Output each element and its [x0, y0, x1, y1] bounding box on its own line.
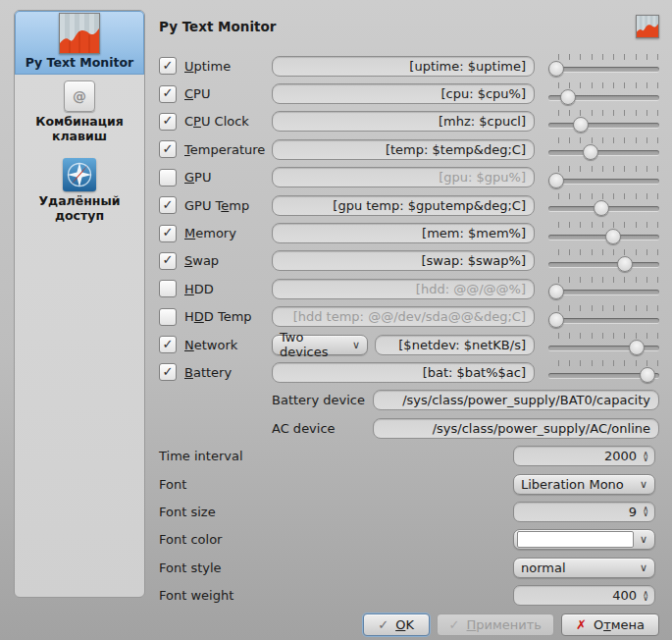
monitor-checkbox[interactable]: ✓	[159, 85, 177, 103]
slider-handle[interactable]	[548, 312, 564, 328]
position-slider[interactable]	[548, 360, 659, 384]
monitor-checkbox[interactable]: ✓	[159, 196, 177, 214]
at-sign-icon: @	[64, 80, 95, 112]
position-slider[interactable]	[548, 249, 659, 273]
apply-button[interactable]: ✓ Применить	[437, 613, 554, 636]
slider-track[interactable]	[548, 150, 659, 155]
format-input[interactable]	[272, 167, 535, 187]
monitor-checkbox[interactable]: ✓	[159, 140, 177, 158]
slider-track[interactable]	[548, 290, 659, 294]
ac-device-row: AC device	[159, 414, 659, 442]
font-style-select[interactable]: normal ∨	[513, 558, 655, 578]
slider-handle[interactable]	[640, 367, 655, 383]
position-slider[interactable]	[548, 333, 659, 356]
slider-track[interactable]	[548, 235, 659, 240]
format-input[interactable]	[272, 250, 535, 271]
slider-handle[interactable]	[594, 200, 609, 216]
spinner-arrows-icon[interactable]: ∧∨	[643, 452, 648, 461]
format-input[interactable]	[272, 83, 535, 104]
time-interval-label: Time interval	[159, 449, 243, 463]
cancel-button-label: Отмена	[594, 617, 645, 632]
device-path-input[interactable]	[373, 418, 659, 439]
slider-ticks	[558, 249, 658, 255]
sidebar-item-remote-access[interactable]: Удалённый доступ	[15, 149, 144, 229]
slider-track[interactable]	[548, 318, 659, 323]
slider-ticks	[558, 82, 658, 88]
slider-handle[interactable]	[605, 229, 621, 244]
check-icon: ✓	[378, 618, 388, 631]
position-slider[interactable]	[548, 54, 659, 78]
device-path-input[interactable]	[373, 390, 659, 410]
network-devices-value: Two devices	[280, 330, 346, 359]
position-slider[interactable]	[548, 193, 659, 217]
spinner-arrows-icon[interactable]: ∧∨	[643, 507, 648, 516]
monitor-label: Memory	[184, 226, 272, 240]
font-select[interactable]: Liberation Mono ∨	[513, 474, 655, 495]
chevron-down-icon: ∨	[640, 479, 647, 490]
monitor-checkbox[interactable]: ✓	[159, 363, 177, 381]
slider-handle[interactable]	[583, 144, 598, 160]
monitor-checkbox[interactable]: ✓	[159, 57, 177, 75]
monitor-checkbox[interactable]: ✓	[159, 113, 177, 131]
slider-handle[interactable]	[573, 117, 589, 133]
slider-ticks	[558, 54, 658, 60]
cancel-button[interactable]: ✗ Отмена	[561, 613, 659, 636]
slider-ticks	[558, 110, 658, 116]
monitor-label: Network	[184, 338, 272, 352]
slider-handle[interactable]	[617, 256, 633, 272]
monitor-checkbox[interactable]: ✓	[159, 336, 177, 353]
slider-handle[interactable]	[548, 61, 564, 77]
position-slider[interactable]	[548, 305, 659, 329]
slider-handle[interactable]	[629, 340, 645, 355]
monitor-checkbox[interactable]: ✓	[159, 225, 177, 242]
position-slider[interactable]	[548, 222, 659, 245]
position-slider[interactable]	[548, 277, 659, 300]
ok-button[interactable]: ✓ OK	[363, 613, 430, 636]
spinner-arrows-icon[interactable]: ∧∨	[643, 591, 648, 601]
format-input[interactable]	[272, 223, 535, 243]
monitor-checkbox[interactable]	[159, 280, 177, 297]
font-size-spinner[interactable]: 9 ∧∨	[513, 502, 655, 522]
slider-track[interactable]	[548, 179, 659, 184]
format-input[interactable]	[272, 195, 535, 216]
slider-track[interactable]	[548, 262, 659, 267]
format-input[interactable]	[272, 139, 535, 160]
page-title: Py Text Monitor	[159, 19, 276, 34]
font-size-label: Font size	[159, 505, 216, 519]
sidebar-item-key-combination[interactable]: @ Комбинация клавиш	[15, 75, 144, 149]
font-size-value: 9	[522, 505, 643, 519]
network-devices-select[interactable]: Two devices ∨	[272, 335, 368, 355]
font-weight-spinner[interactable]: 400 ∧∨	[513, 585, 655, 606]
format-input[interactable]	[272, 111, 535, 132]
monitor-field-wrap	[272, 167, 535, 187]
position-slider[interactable]	[548, 166, 659, 189]
monitor-checkbox[interactable]	[159, 169, 177, 187]
format-input[interactable]	[272, 306, 535, 327]
slider-track[interactable]	[548, 67, 659, 72]
slider-handle[interactable]	[560, 89, 576, 105]
position-slider[interactable]	[548, 110, 659, 133]
app-icon	[636, 15, 659, 38]
font-style-row: Font style normal ∨	[159, 554, 659, 581]
slider-handle[interactable]	[548, 284, 564, 299]
monitor-checkbox[interactable]: ✓	[159, 252, 177, 270]
slider-ticks	[558, 166, 658, 172]
monitor-label: GPU Temp	[184, 198, 272, 213]
format-input[interactable]	[272, 362, 535, 383]
position-slider[interactable]	[548, 137, 659, 161]
sidebar: Py Text Monitor @ Комбинация клавиш	[14, 10, 145, 598]
format-input[interactable]	[272, 279, 535, 299]
font-color-swatch	[517, 531, 634, 548]
slider-ticks	[558, 360, 658, 366]
ok-button-label: OK	[395, 617, 414, 632]
slider-track[interactable]	[548, 123, 659, 128]
sidebar-item-py-text-monitor[interactable]: Py Text Monitor	[15, 11, 144, 75]
font-color-select[interactable]: ∨	[513, 529, 655, 550]
monitor-field-wrap	[272, 111, 535, 132]
monitor-checkbox[interactable]	[159, 308, 177, 326]
format-input[interactable]	[272, 56, 535, 77]
slider-handle[interactable]	[548, 173, 564, 188]
position-slider[interactable]	[548, 82, 659, 106]
format-input[interactable]	[375, 335, 535, 355]
time-interval-spinner[interactable]: 2000 ∧∨	[513, 446, 655, 466]
